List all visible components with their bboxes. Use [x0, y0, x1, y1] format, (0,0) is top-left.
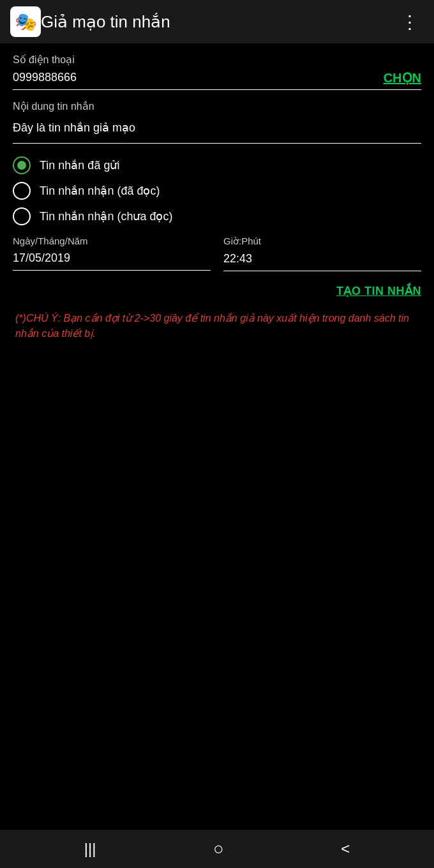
- message-label: Nội dung tin nhắn: [13, 100, 421, 112]
- radio-sent[interactable]: Tin nhắn đã gửi: [13, 156, 421, 174]
- time-col: Giờ:Phút: [223, 236, 421, 271]
- time-label: Giờ:Phút: [223, 236, 421, 247]
- message-field-row: [13, 115, 421, 144]
- radio-sent-circle: [13, 156, 31, 174]
- phone-label: Số điện thoại: [13, 54, 421, 66]
- bottom-nav: ||| ○ <: [0, 830, 434, 868]
- home-icon[interactable]: ○: [213, 839, 224, 859]
- radio-received-read-circle: [13, 182, 31, 200]
- date-label: Ngày/Tháng/Năm: [13, 236, 211, 246]
- recent-apps-icon[interactable]: |||: [84, 840, 96, 858]
- overflow-menu-button[interactable]: ⋮: [396, 9, 424, 35]
- app-title: Giả mạo tin nhắn: [41, 12, 396, 32]
- main-content: Số điện thoại CHỌN Nội dung tin nhắn Tin…: [0, 43, 434, 830]
- time-field-row: [223, 250, 421, 271]
- radio-received-read[interactable]: Tin nhắn nhận (đã đọc): [13, 182, 421, 200]
- radio-received-read-label: Tin nhắn nhận (đã đọc): [40, 184, 160, 198]
- radio-received-unread-label: Tin nhắn nhận (chưa đọc): [40, 209, 172, 223]
- phone-field-row: CHỌN: [13, 68, 421, 90]
- app-bar: 🎭 Giả mạo tin nhắn ⋮: [0, 0, 434, 43]
- phone-input[interactable]: [13, 68, 376, 87]
- datetime-section: Ngày/Tháng/Năm Giờ:Phút: [13, 236, 421, 271]
- message-input[interactable]: [13, 115, 421, 140]
- notice-text: (*)CHÚ Ý: Bạn cần đợi từ 2->30 giây để t…: [13, 311, 421, 341]
- radio-received-unread[interactable]: Tin nhắn nhận (chưa đọc): [13, 207, 421, 225]
- radio-received-unread-circle: [13, 207, 31, 225]
- chon-button[interactable]: CHỌN: [376, 70, 421, 86]
- radio-sent-label: Tin nhắn đã gửi: [40, 158, 119, 172]
- radio-group: Tin nhắn đã gửi Tin nhắn nhận (đã đọc) T…: [13, 156, 421, 225]
- date-input[interactable]: [13, 249, 211, 267]
- app-icon: 🎭: [10, 6, 41, 37]
- date-col: Ngày/Tháng/Năm: [13, 236, 211, 271]
- date-field-row: [13, 249, 211, 271]
- radio-sent-dot: [17, 161, 26, 170]
- create-button-row: TẠO TIN NHẮN: [13, 284, 421, 298]
- time-input[interactable]: [223, 250, 421, 268]
- create-button[interactable]: TẠO TIN NHẮN: [336, 284, 421, 298]
- back-icon[interactable]: <: [341, 840, 350, 858]
